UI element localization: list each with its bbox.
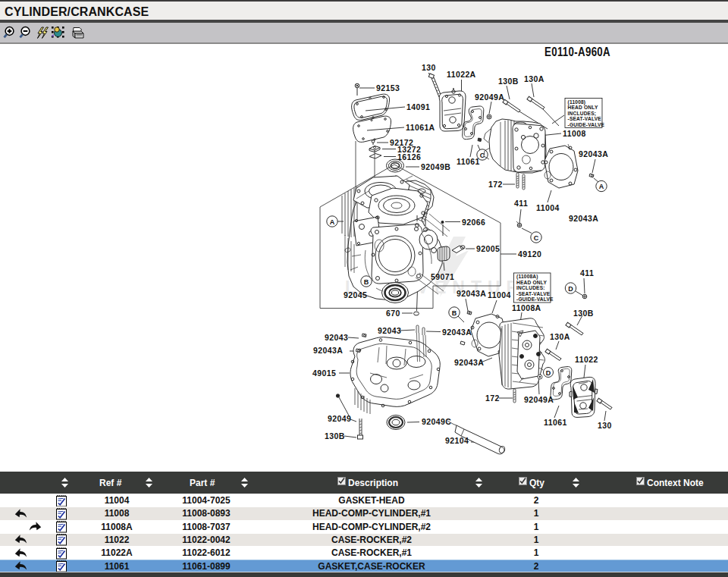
svg-text:130: 130 (422, 63, 436, 72)
svg-text:11004: 11004 (488, 290, 511, 299)
svg-text:HEAD ONLY: HEAD ONLY (516, 280, 547, 285)
svg-text:C: C (480, 152, 485, 159)
svg-text:HEAD ONLY: HEAD ONLY (568, 105, 598, 110)
svg-text:92104: 92104 (445, 436, 469, 445)
svg-text:92049A: 92049A (475, 93, 504, 102)
svg-text:130B: 130B (325, 431, 345, 441)
svg-text:92049C: 92049C (422, 417, 451, 426)
svg-text:130A: 130A (550, 332, 570, 341)
svg-text:11061A: 11061A (406, 123, 435, 132)
svg-text:11061: 11061 (544, 418, 567, 427)
svg-text:B: B (452, 309, 457, 317)
svg-text:11022: 11022 (575, 355, 598, 364)
svg-text:92043A: 92043A (579, 149, 608, 158)
svg-text:D: D (568, 285, 573, 293)
svg-text:92049: 92049 (328, 414, 351, 423)
svg-text:11022A: 11022A (447, 70, 476, 79)
svg-text:670: 670 (386, 309, 400, 318)
svg-text:16126: 16126 (397, 152, 421, 161)
svg-text:92049A: 92049A (524, 395, 554, 404)
svg-text:92043A: 92043A (442, 328, 472, 337)
svg-text:A: A (599, 183, 604, 190)
svg-text:11004: 11004 (536, 203, 560, 212)
svg-text:49015: 49015 (312, 368, 336, 378)
svg-text:92153: 92153 (376, 83, 400, 93)
svg-text:92049B: 92049B (421, 162, 450, 171)
svg-text:C: C (534, 234, 539, 242)
svg-text:130: 130 (598, 421, 612, 430)
svg-text:130A: 130A (524, 74, 544, 83)
svg-text:130B: 130B (498, 77, 519, 86)
svg-text:130B: 130B (573, 309, 594, 318)
svg-text:A: A (330, 218, 335, 226)
svg-text:B: B (364, 278, 369, 286)
svg-text:172: 172 (485, 394, 500, 403)
svg-text:-GUIDE-VALVE: -GUIDE-VALVE (568, 122, 605, 127)
svg-text:92043A: 92043A (569, 214, 598, 223)
svg-text:92005: 92005 (476, 244, 500, 253)
svg-text:11008A: 11008A (512, 303, 541, 312)
svg-text:92043A: 92043A (457, 289, 486, 298)
svg-text:11008: 11008 (563, 129, 586, 138)
svg-text:59071: 59071 (431, 272, 454, 281)
svg-text:172: 172 (488, 180, 503, 189)
svg-text:D: D (546, 369, 551, 377)
svg-text:E0110-A960A: E0110-A960A (544, 45, 610, 58)
svg-text:411: 411 (580, 268, 594, 278)
svg-text:92045: 92045 (344, 290, 367, 299)
svg-text:11061: 11061 (457, 157, 480, 166)
svg-text:INCLUDES:: INCLUDES: (516, 285, 545, 290)
svg-text:49120: 49120 (518, 249, 541, 259)
svg-text:92043: 92043 (325, 333, 348, 342)
svg-text:-SEAT-VALVE: -SEAT-VALVE (568, 116, 602, 121)
svg-text:-GUIDE-VALVE: -GUIDE-VALVE (516, 296, 554, 302)
svg-text:92043A: 92043A (454, 358, 484, 367)
svg-text:92043: 92043 (378, 326, 401, 335)
svg-text:14091: 14091 (406, 102, 430, 111)
svg-text:-SEAT-VALVE: -SEAT-VALVE (516, 291, 551, 296)
svg-text:92043A: 92043A (313, 346, 343, 355)
svg-text:411: 411 (514, 199, 528, 208)
svg-text:92066: 92066 (462, 218, 485, 227)
